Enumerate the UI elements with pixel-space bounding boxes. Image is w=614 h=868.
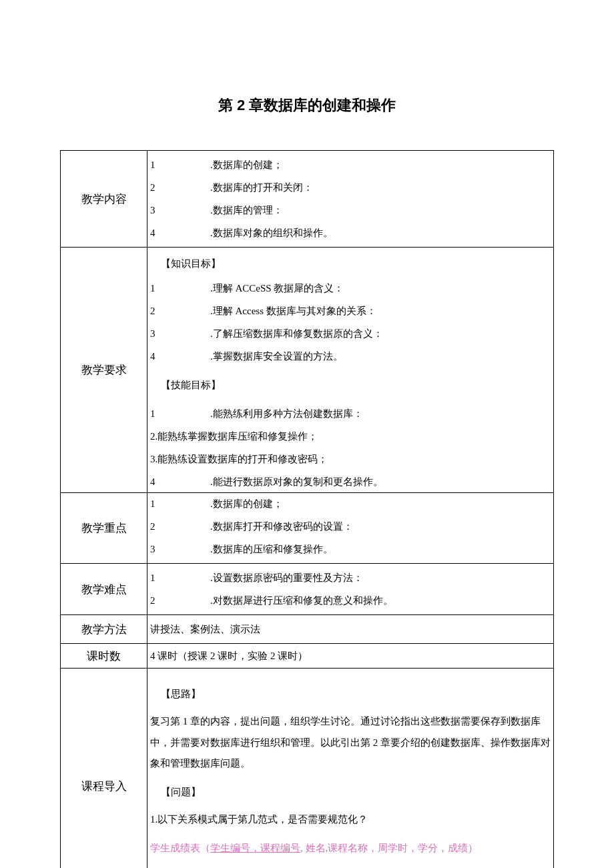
item-text: .对数据犀进行压缩和修复的意义和操作。 — [210, 592, 553, 608]
item-index: 1 — [150, 406, 210, 422]
item-index: 2 — [150, 179, 210, 195]
item-text: .数据库对象的组织和操作。 — [210, 225, 553, 241]
item-text: .掌握数据库安全设置的方法。 — [210, 348, 553, 364]
item-index: 3 — [150, 202, 210, 218]
table-row: 教学重点 1.数据库的创建； 2.数据库打开和修改密码的设置： 3.数据库的压缩… — [61, 493, 554, 564]
item-index: 1 — [150, 280, 210, 296]
item-text: .数据库的打开和关闭： — [210, 179, 553, 195]
list-item: 1.数据库的创建； — [147, 496, 553, 515]
table-row: 教学内容 1.数据库的创建； 2.数据库的打开和关闭： 3.数据库的管理： 4.… — [61, 151, 554, 248]
item-index: 3 — [150, 326, 210, 342]
row-label-methods: 教学方法 — [61, 615, 147, 644]
row-content: 【思路】 复习第 1 章的内容，提出问题，组织学生讨论。通过讨论指出这些数据需要… — [147, 669, 554, 868]
row-content: 【知识目标】 1.理解 ACCeSS 教据犀的含义： 2.理解 Access 数… — [147, 248, 554, 493]
schema-example: 学生成绩表（学生编号，课程编号, 姓名,课程名称，周学时，学分，成绩） — [147, 834, 553, 863]
list-item: 3.了解压缩数据库和修复数据原的含义： — [147, 322, 553, 345]
row-label-hours: 课时数 — [61, 644, 147, 669]
list-item: 2.数据库打开和修改密码的设置： — [147, 515, 553, 538]
list-item: 2.对数据犀进行压缩和修复的意义和操作。 — [147, 589, 553, 612]
item-text: .理解 ACCeSS 教据犀的含义： — [210, 280, 553, 296]
list-item: 2.理解 Access 数据库与其对象的关系： — [147, 300, 553, 322]
item-text: .设置数据原密码的重要性及方法： — [210, 570, 553, 586]
item-text: .数据库的创建； — [210, 157, 553, 173]
lesson-plan-table: 教学内容 1.数据库的创建； 2.数据库的打开和关闭： 3.数据库的管理： 4.… — [60, 150, 554, 868]
section-heading: 【知识目标】 — [147, 250, 553, 277]
item-index: 1 — [150, 496, 210, 512]
page-title: 第 2 章数据库的创建和操作 — [60, 93, 554, 117]
row-content: 1.数据库的创建； 2.数据库打开和修改密码的设置： 3.数据库的压缩和修复操作… — [147, 493, 554, 564]
item-text: .数据库打开和修改密码的设置： — [210, 518, 553, 534]
list-item: 3.能熟练设置数据库的打开和修改密码； — [147, 448, 553, 470]
row-label-keypoints: 教学重点 — [61, 493, 147, 564]
table-row: 课程导入 【思路】 复习第 1 章的内容，提出问题，组织学生讨论。通过讨论指出这… — [61, 669, 554, 868]
item-text: .数据库的创建； — [210, 496, 553, 512]
list-item: 2.数据库的打开和关闭： — [147, 176, 553, 199]
row-content: 讲授法、案例法、演示法 — [147, 615, 554, 644]
list-item: 4.能进行数据原对象的复制和更名操作。 — [147, 470, 553, 490]
question-item: 2,怎样使用上述规范化后的关系表？ — [147, 863, 553, 868]
row-label-content: 教学内容 — [61, 151, 147, 248]
item-index: 4 — [150, 348, 210, 364]
list-item: 4.数据库对象的组织和操作。 — [147, 222, 553, 244]
row-label-requirements: 教学要求 — [61, 248, 147, 493]
item-text: .能熟练利用多种方法创建数据库： — [210, 406, 553, 422]
item-text: .数据库的管理： — [210, 202, 553, 218]
item-text: .了解压缩数据库和修复数据原的含义： — [210, 326, 553, 342]
section-heading: 【思路】 — [147, 681, 553, 707]
list-item: 2.能熟练掌握数据库压缩和修复操作； — [147, 425, 553, 448]
table-row: 教学方法 讲授法、案例法、演示法 — [61, 615, 554, 644]
item-text: 4 课时（授课 2 课时，实验 2 课时） — [147, 646, 553, 665]
list-item: 1.能熟练利用多种方法创建数据库： — [147, 402, 553, 425]
item-index: 2 — [150, 518, 210, 534]
item-text: .能进行数据原对象的复制和更名操作。 — [210, 474, 553, 490]
list-item: 1.理解 ACCeSS 教据犀的含义： — [147, 277, 553, 300]
question-item: 1.以下关系模式属于第几范式，是否需要规范化？ — [147, 805, 553, 835]
item-index: 4 — [150, 474, 210, 490]
list-item: 3.数据库的管理： — [147, 199, 553, 222]
table-row: 教学难点 1.设置数据原密码的重要性及方法： 2.对数据犀进行压缩和修复的意义和… — [61, 564, 554, 615]
list-item: 3.数据库的压缩和修复操作。 — [147, 538, 553, 560]
list-item: 4.掌握数据库安全设置的方法。 — [147, 345, 553, 368]
schema-prefix: 学生成绩表（ — [150, 843, 210, 853]
list-item: 1.设置数据原密码的重要性及方法： — [147, 566, 553, 589]
item-index: 3 — [150, 541, 210, 557]
schema-keys: 学生编号，课程编号 — [210, 843, 300, 853]
item-index: 2 — [150, 303, 210, 319]
row-content: 4 课时（授课 2 课时，实验 2 课时） — [147, 644, 554, 669]
item-index: 2 — [150, 592, 210, 608]
item-index: 1 — [150, 157, 210, 173]
schema-suffix: , 姓名,课程名称，周学时，学分，成绩） — [300, 843, 478, 853]
table-row: 课时数 4 课时（授课 2 课时，实验 2 课时） — [61, 644, 554, 669]
item-index: 4 — [150, 225, 210, 241]
section-heading: 【技能目标】 — [147, 368, 553, 402]
paragraph: 复习第 1 章的内容，提出问题，组织学生讨论。通过讨论指出这些数据需要保存到数据… — [147, 707, 553, 779]
item-index: 1 — [150, 570, 210, 586]
row-content: 1.设置数据原密码的重要性及方法： 2.对数据犀进行压缩和修复的意义和操作。 — [147, 564, 554, 615]
row-label-difficulties: 教学难点 — [61, 564, 147, 615]
item-text: 讲授法、案例法、演示法 — [147, 618, 553, 640]
item-text: .数据库的压缩和修复操作。 — [210, 541, 553, 557]
list-item: 1.数据库的创建； — [147, 153, 553, 176]
table-row: 教学要求 【知识目标】 1.理解 ACCeSS 教据犀的含义： 2.理解 Acc… — [61, 248, 554, 493]
row-label-intro: 课程导入 — [61, 669, 147, 868]
item-text: .理解 Access 数据库与其对象的关系： — [210, 303, 553, 319]
row-content: 1.数据库的创建； 2.数据库的打开和关闭： 3.数据库的管理： 4.数据库对象… — [147, 151, 554, 248]
section-heading: 【问题】 — [147, 779, 553, 805]
